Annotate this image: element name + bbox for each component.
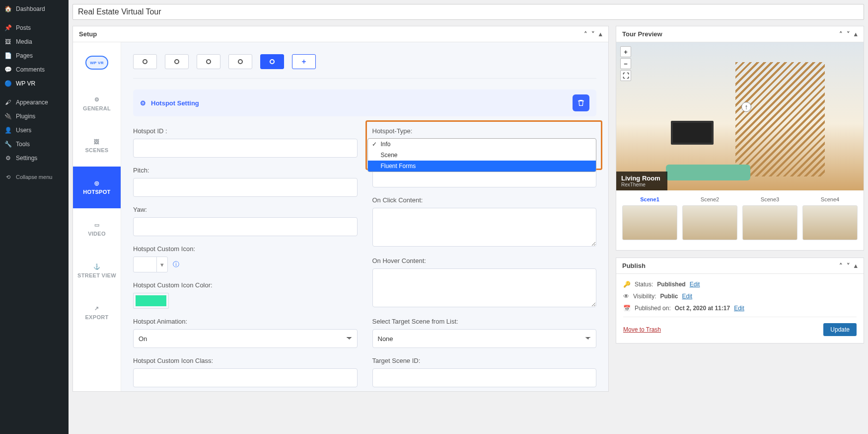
on-hover-content-input[interactable] bbox=[372, 268, 597, 307]
metabox-move-up-icon[interactable]: ˄ bbox=[839, 262, 843, 269]
tab-hotspot[interactable]: ◎HOTSPOT bbox=[73, 167, 121, 208]
tab-export[interactable]: ↗EXPORT bbox=[73, 292, 121, 334]
scene-thumb-2[interactable]: Scene2 bbox=[682, 196, 737, 240]
info-icon[interactable]: ⓘ bbox=[173, 260, 179, 269]
pitch-input[interactable] bbox=[133, 178, 358, 197]
nav-settings[interactable]: ⚙Settings bbox=[0, 151, 69, 165]
preview-title: Tour Preview bbox=[622, 30, 662, 38]
metabox-move-down-icon[interactable]: ˅ bbox=[847, 262, 850, 269]
nav-wpvr[interactable]: 🔵WP VR bbox=[0, 77, 69, 90]
wpvr-logo: WP VR bbox=[73, 42, 121, 83]
hotspot-animation-select[interactable]: On bbox=[133, 329, 358, 348]
label-hotspot-type: Hotspot-Type: bbox=[372, 127, 597, 135]
setup-title: Setup bbox=[79, 30, 97, 38]
visibility-label: Visibility: bbox=[633, 293, 656, 300]
edit-visibility-link[interactable]: Edit bbox=[682, 293, 692, 300]
nav-tools[interactable]: 🔧Tools bbox=[0, 137, 69, 151]
scene-thumb-1[interactable]: Scene1 bbox=[622, 196, 677, 240]
hotspot-setting-title: Hotspot Setting bbox=[151, 99, 199, 107]
vr-icon: 🔵 bbox=[4, 80, 12, 87]
on-click-content-input[interactable] bbox=[372, 208, 597, 247]
collapse-menu[interactable]: ⟲Collapse menu bbox=[0, 170, 69, 184]
scene-thumb-4[interactable]: Scene4 bbox=[802, 196, 858, 240]
post-title-input[interactable] bbox=[72, 4, 864, 20]
user-icon: 👤 bbox=[4, 126, 12, 134]
chevron-down-icon: ▾ bbox=[156, 257, 167, 272]
option-info[interactable]: Info bbox=[368, 139, 596, 150]
icon-picker[interactable]: ▾ bbox=[133, 257, 168, 272]
option-scene[interactable]: Scene bbox=[368, 150, 596, 161]
hotspot-tab-5[interactable] bbox=[260, 54, 284, 69]
label-icon-color: Hotspot Custom Icon Color: bbox=[133, 281, 358, 289]
nav-media[interactable]: 🖼Media bbox=[0, 35, 69, 49]
edit-status-link[interactable]: Edit bbox=[690, 281, 700, 288]
preview-metabox-header: Tour Preview ˄ ˅ ▴ bbox=[616, 26, 864, 42]
icon-color-picker[interactable] bbox=[133, 293, 169, 309]
label-icon-class: Hotspot Custom Icon Class: bbox=[133, 357, 358, 364]
nav-comments[interactable]: 💬Comments bbox=[0, 63, 69, 77]
hotspot-id-input[interactable] bbox=[133, 139, 358, 158]
external-link-icon: ↗ bbox=[94, 305, 99, 312]
nav-pages[interactable]: 📄Pages bbox=[0, 49, 69, 63]
tab-street-view[interactable]: ⚓STREET VIEW bbox=[73, 250, 121, 292]
key-icon: 🔑 bbox=[623, 281, 631, 288]
hotspot-tab-3[interactable] bbox=[197, 54, 220, 69]
metabox-toggle-icon[interactable]: ▴ bbox=[854, 262, 858, 269]
metabox-move-up-icon[interactable]: ˄ bbox=[839, 30, 843, 38]
zoom-in-button[interactable]: + bbox=[620, 46, 631, 57]
nav-posts[interactable]: 📌Posts bbox=[0, 21, 69, 35]
metabox-toggle-icon[interactable]: ▴ bbox=[599, 30, 602, 38]
target-scene-id-input[interactable] bbox=[372, 368, 597, 387]
brush-icon: 🖌 bbox=[4, 98, 12, 106]
label-animation: Hotspot Animation: bbox=[133, 318, 358, 325]
wrench-icon: 🔧 bbox=[4, 140, 12, 148]
yaw-input[interactable] bbox=[133, 217, 358, 236]
nav-plugins[interactable]: 🔌Plugins bbox=[0, 109, 69, 123]
icon-class-input[interactable] bbox=[133, 368, 358, 387]
metabox-move-up-icon[interactable]: ˄ bbox=[584, 30, 587, 38]
gear-icon: ⚙ bbox=[140, 99, 146, 107]
tab-video[interactable]: ▭VIDEO bbox=[73, 208, 121, 250]
nav-label: Dashboard bbox=[16, 5, 45, 12]
zoom-out-button[interactable]: − bbox=[620, 58, 631, 69]
metabox-move-down-icon[interactable]: ˅ bbox=[591, 30, 595, 38]
nav-dashboard[interactable]: 🏠Dashboard bbox=[0, 2, 69, 16]
delete-hotspot-button[interactable] bbox=[573, 94, 589, 111]
nav-label: Settings bbox=[16, 155, 37, 162]
nav-users[interactable]: 👤Users bbox=[0, 123, 69, 137]
hotspot-arrow-icon[interactable]: ↑ bbox=[741, 102, 751, 112]
published-on-label: Published on: bbox=[635, 305, 671, 312]
edit-date-link[interactable]: Edit bbox=[734, 305, 744, 312]
video-icon: ▭ bbox=[94, 222, 99, 228]
label-yaw: Yaw: bbox=[133, 206, 358, 213]
eye-icon: 👁 bbox=[623, 293, 629, 300]
anchor-icon: ⚓ bbox=[93, 263, 100, 270]
tab-scenes[interactable]: 🖼SCENES bbox=[73, 125, 121, 167]
sliders-icon: ⚙ bbox=[4, 154, 12, 162]
target-scene-select[interactable]: None bbox=[372, 329, 597, 348]
label-target-list: Select Target Scene from List: bbox=[372, 318, 597, 325]
metabox-move-down-icon[interactable]: ˅ bbox=[847, 30, 850, 38]
hotspot-tab-4[interactable] bbox=[228, 54, 252, 69]
move-to-trash-link[interactable]: Move to Trash bbox=[623, 326, 661, 333]
nav-label: WP VR bbox=[16, 80, 35, 87]
hotspot-type-dropdown[interactable]: Info Scene Fluent Forms bbox=[367, 138, 597, 172]
scene-thumb-3[interactable]: Scene3 bbox=[742, 196, 797, 240]
nav-label: Media bbox=[16, 38, 32, 45]
tab-general[interactable]: ⚙GENERAL bbox=[73, 83, 121, 125]
option-fluent-forms[interactable]: Fluent Forms bbox=[368, 161, 596, 172]
nav-appearance[interactable]: 🖌Appearance bbox=[0, 95, 69, 109]
hotspot-tab-2[interactable] bbox=[165, 54, 189, 69]
gear-icon: ⚙ bbox=[94, 96, 99, 103]
plus-icon: ＋ bbox=[300, 57, 307, 66]
hotspot-tabs: ＋ bbox=[133, 54, 596, 79]
nav-label: Plugins bbox=[16, 113, 35, 120]
panorama-preview[interactable]: + − ⛶ ↑ Living Room RexTheme bbox=[616, 42, 864, 190]
pages-icon: 📄 bbox=[4, 52, 12, 60]
hotspot-tab-1[interactable] bbox=[133, 54, 157, 69]
metabox-toggle-icon[interactable]: ▴ bbox=[854, 30, 858, 38]
update-button[interactable]: Update bbox=[823, 323, 857, 336]
add-hotspot-button[interactable]: ＋ bbox=[292, 54, 316, 69]
nav-label: Collapse menu bbox=[16, 174, 52, 180]
fullscreen-button[interactable]: ⛶ bbox=[620, 70, 631, 81]
